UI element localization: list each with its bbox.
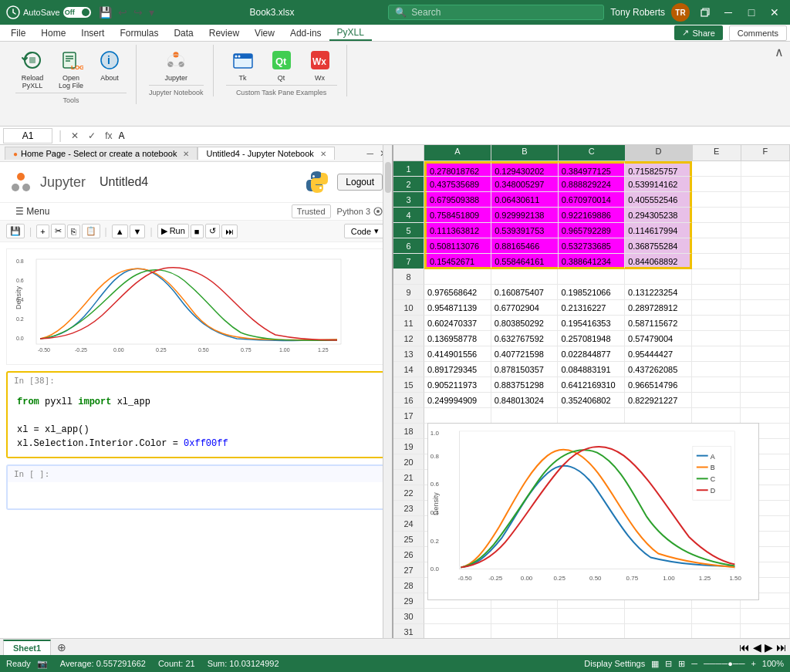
cell-E14[interactable] (692, 362, 741, 377)
logout-button[interactable]: Logout (337, 174, 383, 191)
cell-A6[interactable]: 0.508113076 (424, 238, 491, 254)
menu-view[interactable]: View (247, 26, 282, 40)
notebook-tab-close[interactable]: ✕ (320, 150, 326, 158)
cell-D2[interactable]: 0.539914162 (625, 177, 692, 192)
add-sheet-btn[interactable]: ⊕ (52, 641, 71, 653)
reload-pyxll-button[interactable]: ReloadPyXLL (15, 45, 49, 93)
panel-tab-home[interactable]: ● Home Page - Select or create a noteboo… (5, 147, 198, 160)
cell-C7[interactable]: 0.388641234 (559, 254, 625, 269)
cell-E5[interactable] (692, 223, 741, 238)
maximize-icon[interactable]: □ (742, 3, 761, 22)
cell-D14[interactable]: 0.437262085 (625, 362, 692, 377)
cell-D9[interactable]: 0.131223254 (625, 285, 692, 300)
cell-E11[interactable] (692, 316, 741, 331)
tk-button[interactable]: Tk (226, 45, 260, 85)
cell-D11[interactable]: 0.587115672 (625, 316, 692, 331)
sheet-tab-sheet1[interactable]: Sheet1 (3, 640, 51, 655)
cell-A1[interactable]: 0.278018762 (424, 161, 491, 177)
qt-button[interactable]: Qt Qt (265, 45, 299, 85)
cell-F10[interactable] (741, 300, 790, 316)
cell-C31[interactable] (558, 624, 625, 638)
cell-D6[interactable]: 0.368755284 (625, 238, 692, 254)
cell-B11[interactable]: 0.803850292 (491, 316, 559, 331)
cell-E12[interactable] (692, 331, 741, 346)
cell-C11[interactable]: 0.195416353 (558, 316, 625, 331)
cell-D31[interactable] (625, 624, 692, 638)
cell-D12[interactable]: 0.57479004 (625, 331, 692, 346)
save-cell-btn[interactable]: 💾 (6, 224, 25, 238)
cell-D8[interactable] (625, 269, 692, 285)
cell-B12[interactable]: 0.632767592 (491, 331, 559, 346)
cell-E9[interactable] (692, 285, 741, 300)
cell-F1[interactable] (741, 161, 790, 177)
cell-A17[interactable] (424, 408, 491, 424)
page-break-icon[interactable]: ⊞ (678, 659, 685, 669)
cell-F4[interactable] (741, 208, 790, 223)
cell-A9[interactable]: 0.976568642 (424, 285, 491, 300)
menu-file[interactable]: File (3, 26, 33, 40)
cell-E17[interactable] (692, 408, 741, 424)
normal-view-icon[interactable]: ▦ (651, 659, 659, 669)
cell-B30[interactable] (491, 609, 559, 624)
cell-F12[interactable] (741, 331, 790, 346)
collapse-icon[interactable]: ∧ (775, 45, 784, 59)
search-box[interactable]: 🔍 (388, 5, 604, 20)
cell-A8[interactable] (424, 269, 491, 285)
jupyter-scrollbar[interactable] (383, 145, 392, 638)
cell-F13[interactable] (741, 346, 790, 362)
sheet-nav-next[interactable]: ▶ (765, 641, 773, 653)
cell-C16[interactable]: 0.352406802 (558, 393, 625, 408)
cell-A15[interactable]: 0.905211973 (424, 377, 491, 393)
cell-E13[interactable] (692, 346, 741, 362)
search-input[interactable] (411, 7, 597, 18)
cell-ref-input[interactable] (3, 128, 52, 144)
page-layout-icon[interactable]: ⊟ (665, 659, 672, 669)
cell-C12[interactable]: 0.257081948 (558, 331, 625, 346)
cell-type-selector[interactable]: Code ▾ (344, 224, 386, 238)
cell-F5[interactable] (741, 223, 790, 238)
cell-D10[interactable]: 0.289728912 (625, 300, 692, 316)
cell-A7[interactable]: 0.15452671 (424, 254, 491, 269)
cell-D15[interactable]: 0.966514796 (625, 377, 692, 393)
cell-D1[interactable]: 0.715825757 (625, 161, 692, 177)
cell-C8[interactable] (558, 269, 625, 285)
sheet-nav-prev[interactable]: ◀ (753, 641, 761, 653)
cell-E1[interactable] (692, 161, 741, 177)
autosave-toggle[interactable]: Off (63, 7, 91, 18)
cell-code-38[interactable]: from pyxll import xl_app xl = xl_app() x… (8, 389, 384, 457)
move-down-btn[interactable]: ▼ (130, 225, 146, 238)
comments-button[interactable]: Comments (729, 25, 787, 41)
menu-home[interactable]: Home (33, 26, 73, 40)
col-header-e[interactable]: E (693, 145, 741, 160)
col-header-b[interactable]: B (491, 145, 559, 160)
undo-icon[interactable]: ↩ (116, 5, 129, 20)
cell-E15[interactable] (692, 377, 741, 393)
cell-F9[interactable] (741, 285, 790, 300)
cell-B16[interactable]: 0.848013024 (491, 393, 559, 408)
copy-cell-btn[interactable]: ⎘ (67, 225, 80, 238)
about-button[interactable]: i About (93, 45, 127, 85)
cell-B7[interactable]: 0.558464161 (491, 254, 558, 269)
cancel-formula-btn[interactable]: ✕ (68, 129, 82, 143)
cell-C14[interactable]: 0.084883191 (558, 362, 625, 377)
col-header-c[interactable]: C (559, 145, 626, 160)
cell-F30[interactable] (741, 609, 790, 624)
cell-A10[interactable]: 0.954871139 (424, 300, 491, 316)
cell-B10[interactable]: 0.67702904 (491, 300, 559, 316)
sheet-scroll-container[interactable]: A B C D E F 10.2780187620.1294302020.384… (393, 145, 790, 638)
cell-A3[interactable]: 0.679509388 (424, 192, 491, 208)
cell-C30[interactable] (558, 609, 625, 624)
cell-F2[interactable] (741, 177, 790, 192)
cell-C6[interactable]: 0.532733685 (559, 238, 625, 254)
panel-tab-notebook[interactable]: Untitled4 - Jupyter Notebook ✕ (198, 147, 334, 160)
cell-F31[interactable] (741, 624, 790, 638)
cell-A5[interactable]: 0.111363812 (424, 223, 491, 238)
cell-C15[interactable]: 0.6412169310 (558, 377, 625, 393)
cell-B1[interactable]: 0.129430202 (491, 161, 558, 177)
cell-D16[interactable]: 0.822921227 (625, 393, 692, 408)
minimize-icon[interactable]: ─ (719, 3, 738, 22)
formula-input[interactable] (119, 130, 788, 141)
cell-C4[interactable]: 0.922169886 (559, 208, 625, 223)
restart-btn[interactable]: ↺ (205, 224, 220, 238)
cell-F14[interactable] (741, 362, 790, 377)
